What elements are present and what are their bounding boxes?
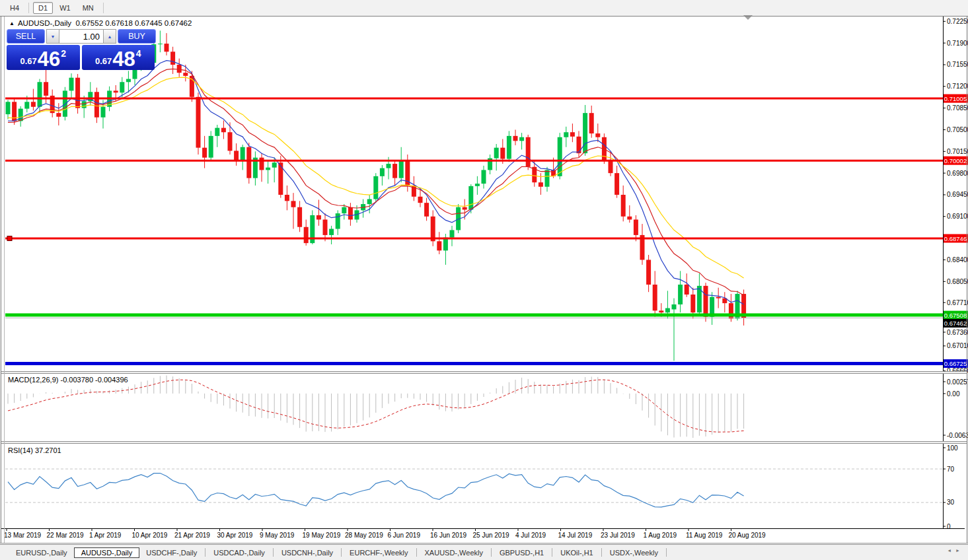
chart-tab-eurusd-daily[interactable]: EURUSD-,Daily	[9, 548, 74, 557]
candle-body	[646, 260, 651, 285]
price-marker-label: 0.70002	[944, 157, 967, 164]
candle-body	[114, 90, 118, 92]
date-tick-label: 30 Apr 2019	[217, 532, 253, 539]
candle-body	[183, 73, 188, 76]
candle-body	[177, 65, 182, 73]
candle-body	[158, 44, 163, 44]
date-tick-label: 22 Mar 2019	[47, 532, 85, 539]
price-tick-label: 0.71550	[947, 61, 968, 68]
chart-tab-xauusd-weekly[interactable]: XAUUSD-,Weekly	[418, 548, 490, 557]
sell-price-sup: 2	[61, 48, 66, 59]
buy-price-display[interactable]: 0.67 48 4	[82, 45, 155, 70]
candle-body	[260, 158, 264, 170]
candle-body	[507, 136, 511, 159]
tab-separator	[552, 548, 552, 557]
rsi-indicator-label: RSI(14) 37.2701	[8, 446, 61, 454]
sell-price-prefix: 0.67	[20, 56, 36, 66]
volume-increase-button[interactable]: ▲	[103, 29, 116, 44]
price-tick-label: 0.71900	[947, 40, 968, 47]
candle-body	[170, 52, 175, 65]
chart-tab-usdx-weekly[interactable]: USDX-,Weekly	[603, 548, 665, 557]
buy-price-sup: 4	[136, 48, 141, 59]
candle-body	[392, 164, 397, 178]
candle-body	[82, 101, 87, 108]
volume-decrease-button[interactable]: ▼	[46, 29, 59, 44]
candle-body	[165, 44, 169, 52]
candle-body	[228, 132, 233, 151]
buy-button[interactable]: BUY	[118, 29, 156, 44]
candle-body	[56, 113, 61, 117]
candle-body	[595, 133, 600, 137]
chart-tab-audusd-daily[interactable]: AUDUSD-,Daily	[74, 547, 140, 558]
candle-body	[653, 285, 657, 310]
sell-button[interactable]: SELL	[7, 29, 45, 44]
date-tick-label: 4 Jul 2019	[515, 532, 546, 539]
candle-body	[418, 197, 423, 203]
candle-body	[678, 285, 683, 304]
chart-tab-eurchf-weekly[interactable]: EURCHF-,Weekly	[343, 548, 414, 557]
candle-body	[44, 82, 48, 96]
buy-price-prefix: 0.67	[95, 56, 112, 66]
candle-body	[437, 241, 441, 250]
candle-body	[659, 310, 663, 312]
candle-body	[266, 168, 270, 170]
price-marker-label: 0.71005	[944, 95, 967, 102]
candle-body	[329, 229, 334, 235]
tab-next-icon[interactable]: ►	[955, 548, 964, 553]
candle-body	[513, 136, 518, 141]
candle-body	[468, 186, 473, 210]
date-tick-label: 1 Aug 2019	[644, 532, 677, 539]
date-tick-label: 16 Jun 2019	[430, 532, 466, 539]
candle-body	[215, 128, 219, 136]
date-tick-label: 10 Apr 2019	[132, 532, 168, 539]
price-tick-label: 0.71200	[947, 83, 968, 90]
volume-input[interactable]	[59, 29, 103, 44]
chart-title-ohlc: 0.67552 0.67618 0.67445 0.67462	[75, 19, 192, 27]
rsi-tick-label: 30	[947, 499, 955, 506]
candle-body	[291, 201, 296, 207]
chart-title: ▲AUDUSD-,Daily 0.67552 0.67618 0.67445 0…	[9, 19, 192, 27]
date-tick-label: 11 Aug 2019	[686, 532, 723, 539]
candle-body	[297, 207, 302, 227]
hline-selection-handle	[7, 236, 12, 241]
candle-body	[387, 164, 391, 168]
candle-body	[443, 238, 448, 251]
chart-tab-ukoil-h1[interactable]: UKOil-,H1	[554, 548, 600, 557]
candle-body	[6, 102, 11, 114]
candle-body	[304, 227, 309, 243]
chart-tab-gbpusd-h1[interactable]: GBPUSD-,H1	[493, 548, 550, 557]
candle-body	[285, 195, 289, 201]
chart-tab-usdcnh-daily[interactable]: USDCNH-,Daily	[275, 548, 340, 557]
candle-body	[316, 215, 321, 220]
price-tick-label: 0.69100	[947, 213, 968, 220]
chart-title-symbol: AUDUSD-,Daily	[18, 19, 71, 27]
tab-separator	[601, 548, 602, 557]
candle-body	[69, 78, 74, 91]
price-tick-label: 0.72250	[947, 18, 968, 25]
macd-tick-label: -0.006326	[947, 432, 968, 439]
date-tick-label: 9 May 2019	[260, 532, 295, 539]
candle-body	[450, 230, 455, 237]
chart-tab-usdcad-daily[interactable]: USDCAD-,Daily	[207, 548, 272, 557]
candle-body	[482, 170, 486, 184]
candle-body	[373, 176, 378, 199]
chart-canvas[interactable]: 0.722500.719000.715500.712000.708500.705…	[0, 0, 968, 560]
sell-price-display[interactable]: 0.67 46 2	[7, 45, 80, 70]
candle-body	[380, 168, 385, 176]
date-tick-label: 23 Jul 2019	[601, 532, 635, 539]
candle-body	[399, 160, 404, 178]
candle-body	[519, 137, 524, 141]
tab-scroll-arrows[interactable]: ◄►	[947, 548, 964, 553]
price-tick-label: 0.67360	[947, 329, 968, 336]
price-tick-label: 0.68400	[947, 256, 968, 263]
tab-separator	[273, 548, 274, 557]
rsi-tick-label: 100	[947, 444, 958, 452]
candle-body	[75, 78, 80, 108]
candle-body	[583, 113, 587, 153]
tab-prev-icon[interactable]: ◄	[947, 548, 955, 553]
date-tick-label: 14 Jul 2019	[558, 532, 593, 539]
collapse-panel-arrow-icon[interactable]: ▲	[9, 20, 15, 26]
chart-tab-usdchf-daily[interactable]: USDCHF-,Daily	[139, 548, 204, 557]
sell-price-big: 46	[38, 51, 60, 68]
candle-body	[272, 162, 277, 168]
